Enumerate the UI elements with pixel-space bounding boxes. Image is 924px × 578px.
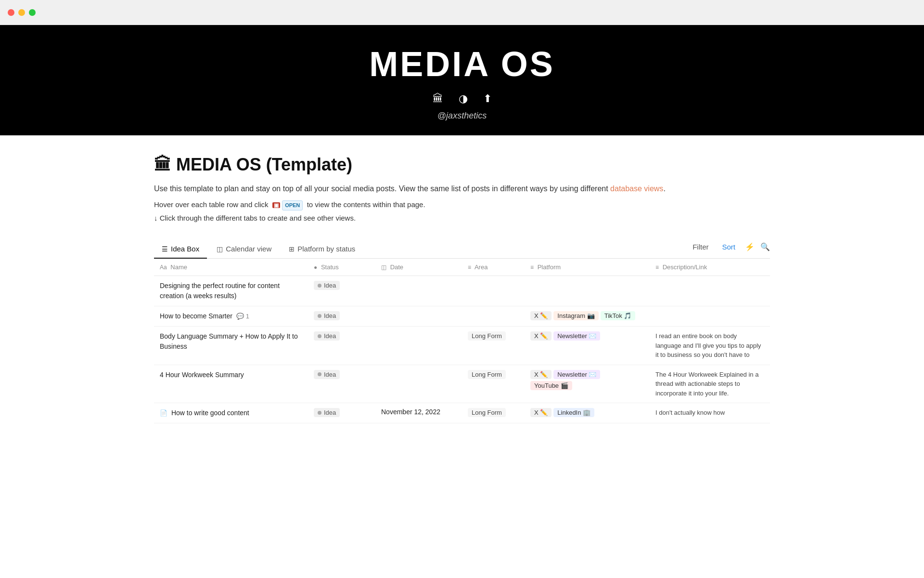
cell-date-2 (375, 327, 462, 365)
cell-area-1 (462, 306, 525, 327)
area-col-icon: ≡ (468, 264, 471, 271)
row-name-3: 4 Hour Workweek Summary (160, 371, 244, 379)
tab-idea-box[interactable]: ☰ Idea Box (154, 240, 207, 259)
cell-name-3: 4 Hour Workweek Summary (154, 365, 308, 403)
platform-tag-x-3: X ✏️ (530, 370, 552, 379)
tab-calendar-view[interactable]: ◫ Calendar view (209, 240, 279, 259)
row-name-2: Body Language Summary + How to Apply It … (160, 332, 298, 350)
col-header-platform: ≡ Platform (525, 259, 650, 276)
close-button[interactable] (8, 9, 14, 16)
platform-icon: ⊞ (289, 245, 295, 253)
cell-status-3: Idea (308, 365, 375, 403)
row-name-text-1: How to become Smarter (160, 312, 232, 320)
description-text-2: . (663, 184, 665, 193)
cell-platform-0 (525, 276, 650, 306)
tabs-right: Filter Sort ⚡ 🔍 (689, 241, 770, 257)
tabs-left: ☰ Idea Box ◫ Calendar view ⊞ Platform by… (154, 239, 689, 258)
filter-button[interactable]: Filter (689, 241, 712, 253)
search-button[interactable]: 🔍 (760, 242, 770, 251)
area-tag-2: Long Form (468, 331, 506, 341)
status-badge-1: Idea (314, 311, 340, 320)
desc-val-3: The 4 Hour Workweek Explained in a threa… (655, 371, 758, 397)
calendar-icon: ◫ (217, 245, 223, 253)
lightning-button[interactable]: ⚡ (745, 242, 755, 251)
comment-indicator-1: 💬 1 (236, 312, 249, 321)
maximize-button[interactable] (29, 9, 36, 16)
hero-title: MEDIA OS (0, 44, 924, 84)
cell-area-4: Long Form (462, 403, 525, 423)
cell-name-1: How to become Smarter 💬 1 (154, 306, 308, 327)
sort-button[interactable]: Sort (718, 241, 739, 253)
cell-platform-1: X ✏️ Instagram 📷 TikTok 🎵 (525, 306, 650, 327)
cell-desc-4: I don't actually know how (650, 403, 770, 423)
platform-tag-newsletter-2: Newsletter ✉️ (553, 331, 600, 341)
cell-status-2: Idea (308, 327, 375, 365)
cell-area-3: Long Form (462, 365, 525, 403)
database-views-link[interactable]: database views (610, 184, 663, 193)
idea-box-icon: ☰ (162, 245, 168, 253)
tab-idea-box-label: Idea Box (171, 245, 199, 253)
cell-name-4: 📄 How to write good content (154, 403, 308, 423)
table-row: Body Language Summary + How to Apply It … (154, 327, 770, 365)
tab-calendar-label: Calendar view (226, 245, 271, 253)
row-name-0: Designing the perfect routine for conten… (160, 282, 280, 300)
status-dot-0 (318, 284, 321, 288)
row-name-text-4: How to write good content (171, 409, 249, 417)
status-badge-4: Idea (314, 408, 340, 417)
table-row: 4 Hour Workweek Summary Idea Long Form X… (154, 365, 770, 403)
platform-tag-linkedin-4: LinkedIn 🏢 (553, 408, 594, 417)
name-col-label: Name (170, 263, 187, 271)
cell-desc-3: The 4 Hour Workweek Explained in a threa… (650, 365, 770, 403)
minimize-button[interactable] (18, 9, 25, 16)
col-header-date: ◫ Date (375, 259, 462, 276)
area-col-label: Area (475, 263, 488, 271)
desc-val-2: I read an entire book on body language a… (655, 332, 761, 358)
col-header-status: ● Status (308, 259, 375, 276)
area-tag-3: Long Form (468, 370, 506, 379)
bank-icon: 🏛 (433, 92, 443, 105)
data-table: Aa Name ● Status ◫ Date ≡ Area ≡ Platf (154, 259, 770, 423)
cell-platform-3: X ✏️ Newsletter ✉️ YouTube 🎬 (525, 365, 650, 403)
cell-status-1: Idea (308, 306, 375, 327)
cell-date-1 (375, 306, 462, 327)
doc-icon-4: 📄 (160, 409, 167, 417)
status-label-1: Idea (324, 312, 336, 319)
hero-banner: MEDIA OS 🏛 ◑ ⬆ @jaxsthetics (0, 25, 924, 135)
hero-handle: @jaxsthetics (0, 111, 924, 121)
desc-col-icon: ≡ (655, 264, 659, 271)
col-header-name: Aa Name (154, 259, 308, 276)
col-header-area: ≡ Area (462, 259, 525, 276)
status-badge-2: Idea (314, 331, 340, 341)
page-title: 🏛 MEDIA OS (Template) (154, 155, 770, 175)
page-content: 🏛 MEDIA OS (Template) Use this template … (125, 135, 799, 452)
cell-date-4: November 12, 2022 (375, 403, 462, 423)
tab-platform-by-status[interactable]: ⊞ Platform by status (281, 240, 363, 259)
platform-col-label: Platform (538, 263, 561, 271)
platform-tag-x-2: X ✏️ (530, 331, 552, 341)
open-icon-red: ▣ (272, 202, 280, 208)
cell-area-0 (462, 276, 525, 306)
platform-tag-instagram-1: Instagram 📷 (553, 311, 598, 320)
desc-val-4: I don't actually know how (655, 409, 725, 416)
status-col-icon: ● (314, 264, 317, 271)
date-col-label: Date (390, 263, 403, 271)
tabs-bar: ☰ Idea Box ◫ Calendar view ⊞ Platform by… (154, 239, 770, 259)
row-name-4: 📄 How to write good content (160, 409, 249, 417)
date-val-4: November 12, 2022 (381, 408, 440, 416)
table-row: How to become Smarter 💬 1 Idea X ✏️ Ins (154, 306, 770, 327)
status-badge-3: Idea (314, 370, 340, 379)
status-dot-1 (318, 314, 321, 318)
name-col-icon: Aa (160, 264, 167, 271)
table-row: Designing the perfect routine for conten… (154, 276, 770, 306)
cell-desc-0 (650, 276, 770, 306)
cell-status-0: Idea (308, 276, 375, 306)
desc-col-label: Description/Link (663, 263, 707, 271)
status-label-2: Idea (324, 332, 336, 340)
platform-col-icon: ≡ (530, 264, 534, 271)
hover-hint: Hover over each table row and click ▣ OP… (154, 199, 770, 211)
row-name-1: How to become Smarter 💬 1 (160, 312, 249, 320)
status-dot-4 (318, 411, 321, 415)
status-badge-0: Idea (314, 281, 340, 290)
cell-name-2: Body Language Summary + How to Apply It … (154, 327, 308, 365)
col-header-desc: ≡ Description/Link (650, 259, 770, 276)
